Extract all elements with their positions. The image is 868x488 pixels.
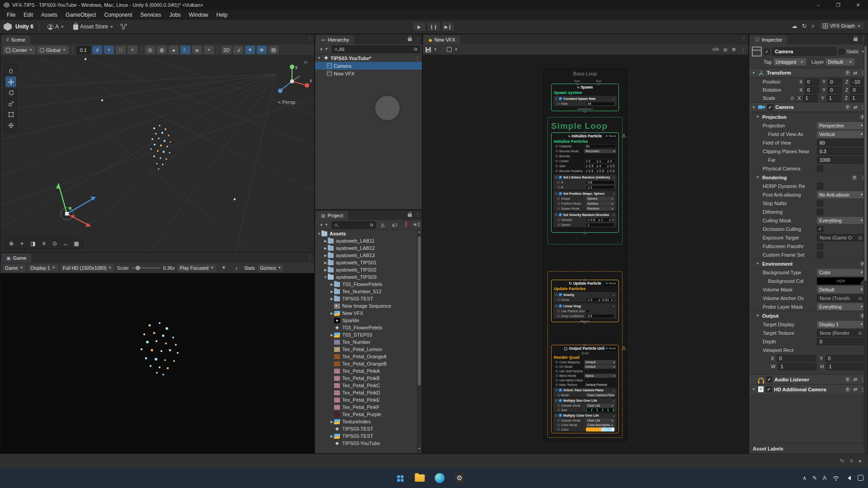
rendering-section[interactable]: ▼Rendering ? ⋮ bbox=[749, 173, 868, 182]
init-output-port[interactable] bbox=[584, 232, 586, 234]
environment-section[interactable]: ▼Environment ? bbox=[749, 259, 868, 268]
foldout-icon[interactable]: ▼ bbox=[317, 232, 321, 236]
set-position-shape-block[interactable]: ✓ Set Position Shape: Sphere⌄ ShapeSpher… bbox=[553, 191, 617, 211]
project-item[interactable]: Tex_Petal_Purple bbox=[315, 411, 422, 418]
inspector-scrollbar[interactable] bbox=[863, 44, 868, 454]
pause-button[interactable]: ❙❙ bbox=[427, 22, 440, 32]
save-dropdown[interactable]: ▼ bbox=[434, 47, 437, 52]
maximize-button[interactable]: ❐ bbox=[828, 0, 848, 10]
block-row[interactable]: Spawn ModeRandom bbox=[553, 206, 617, 211]
foldout-icon[interactable]: ▶ bbox=[330, 297, 334, 301]
project-item[interactable]: New Image Sequence bbox=[315, 302, 422, 310]
project-item[interactable]: ▶ Tex_Number_512 bbox=[315, 288, 422, 295]
audio-listener-checkbox[interactable]: ✓ bbox=[766, 376, 772, 382]
project-item[interactable]: ▶ TextureIndex bbox=[315, 418, 422, 425]
inspector-property-row[interactable]: HDRP Dynamic Re bbox=[749, 182, 868, 190]
panel-menu-icon[interactable]: ⋮ bbox=[741, 36, 746, 41]
update-output-port[interactable] bbox=[584, 321, 586, 324]
scale-z[interactable]: 1 bbox=[850, 95, 865, 102]
project-item[interactable]: ✚ TIPS03-YouTube bbox=[315, 440, 422, 447]
space-badge[interactable]: World bbox=[604, 282, 617, 286]
position-x[interactable]: 0 bbox=[805, 79, 819, 85]
inspector-property-row[interactable]: Dithering bbox=[749, 207, 868, 216]
spawn-node[interactable]: Start Stop ϟ Spawn Spawn system ✓ Consta… bbox=[551, 84, 619, 111]
constrain-proportions-icon[interactable]: ⊘ bbox=[790, 95, 794, 101]
light-toggle-icon[interactable]: ☀ bbox=[219, 263, 229, 272]
asset-labels-section[interactable]: Asset Labels bbox=[749, 443, 868, 454]
target-icon[interactable]: ⊙ bbox=[50, 239, 60, 248]
search-expand-icon[interactable]: ⧉ bbox=[370, 222, 373, 228]
position-y[interactable]: 0 bbox=[828, 79, 842, 85]
rotation-x[interactable]: 0 bbox=[805, 87, 819, 94]
project-item[interactable]: Tex_Petal_PinkF bbox=[315, 404, 422, 411]
game-mode-dropdown[interactable]: Game▼ bbox=[3, 264, 26, 272]
tab-new-vfx[interactable]: ◆ New VFX bbox=[424, 35, 460, 44]
inspector-property-row[interactable]: Clipping Planes Near0.3 bbox=[749, 147, 868, 155]
block-row[interactable]: A0.8 bbox=[553, 180, 617, 185]
inspector-property-row[interactable]: Volume Anchor OvNone (Transfo bbox=[749, 294, 868, 302]
notifications-icon[interactable]: ● bbox=[859, 458, 862, 464]
hierarchy-item[interactable]: Camera bbox=[315, 62, 422, 70]
magnet-snap-dropdown[interactable]: ▼ bbox=[127, 46, 137, 54]
game-viewport[interactable] bbox=[0, 273, 314, 453]
settings-gear-icon[interactable]: ⚙ bbox=[732, 47, 736, 52]
viewport-y[interactable]: 0 bbox=[826, 355, 865, 362]
row-menu-icon[interactable]: ⋮ bbox=[415, 56, 420, 61]
project-item[interactable]: ▼ ayatoweb_TIPS03 bbox=[315, 273, 422, 281]
file-explorer-icon[interactable] bbox=[414, 472, 426, 484]
node-property-row[interactable]: Bounds Padding x 0.5 y 0.5 z 0.5 bbox=[552, 169, 618, 174]
inspector-property-row[interactable]: Far1000 bbox=[749, 155, 868, 164]
project-item[interactable]: ✚ T03_FlowerPetels bbox=[315, 324, 422, 331]
inspector-property-row[interactable]: Field of View AxVertical bbox=[749, 130, 868, 138]
foldout-icon[interactable]: ▶ bbox=[330, 282, 334, 286]
update-particle-node[interactable]: ↻ Update Particle World Update Particles… bbox=[551, 280, 619, 322]
close-button[interactable]: ✕ bbox=[848, 0, 868, 10]
lock-icon[interactable] bbox=[854, 38, 858, 41]
layout-icon[interactable]: ≡ bbox=[850, 458, 853, 464]
rotation-y[interactable]: 0 bbox=[828, 87, 842, 94]
vfx-canvas[interactable]: Base Loop Simple Loop Start Stop ϟ Spawn… bbox=[423, 55, 748, 453]
lighting-toggle-icon[interactable]: ☾ bbox=[180, 46, 190, 54]
block-row[interactable]: Position ModeSurface bbox=[553, 201, 617, 206]
overlays-icon[interactable]: ▤ bbox=[269, 46, 278, 54]
project-item[interactable]: ★ Sparkle bbox=[315, 317, 422, 324]
scale-x[interactable]: 1 bbox=[803, 95, 818, 102]
node-property-row[interactable]: Use Soft Particle bbox=[552, 369, 618, 373]
foldout-icon[interactable]: ▶ bbox=[323, 268, 328, 272]
lock-icon[interactable] bbox=[408, 38, 412, 41]
foldout-icon[interactable]: ▼ bbox=[317, 56, 321, 60]
project-item[interactable]: ▶ ayatoweb_LAB12 bbox=[315, 244, 422, 252]
frame-all-icon[interactable]: ◎ bbox=[723, 47, 727, 52]
minimize-button[interactable]: – bbox=[808, 0, 828, 10]
audio-toggle-icon[interactable]: ♪ bbox=[231, 263, 241, 272]
system-title[interactable]: Base Loop bbox=[543, 71, 627, 76]
move-tool[interactable] bbox=[5, 76, 16, 87]
project-scrollbar[interactable]: ▲▼ bbox=[417, 230, 422, 452]
project-search-input[interactable]: ⧉ bbox=[332, 221, 376, 229]
block-row[interactable]: Color bbox=[553, 427, 617, 432]
inspector-property-row[interactable]: Post Anti-aliasingNo Anti-aliasin bbox=[749, 190, 868, 199]
hd-additional-camera-header[interactable]: ▼ # ✓ HD Additional Camera ? ⇄ ⋮ bbox=[749, 384, 868, 394]
inspector-property-row[interactable]: Depth0 bbox=[749, 337, 868, 346]
audio-listener-header[interactable]: ✓ Audio Listener ? ⇄ ⋮ bbox=[749, 374, 868, 384]
node-property-row[interactable]: UV Mode Default bbox=[552, 364, 618, 369]
block-enabled-checkbox[interactable]: ✓ bbox=[559, 97, 562, 100]
block-row[interactable]: Velocityx 0.5 y 1 z 0.5 bbox=[553, 217, 617, 222]
inspector-property-row[interactable]: Field of View60 bbox=[749, 138, 868, 147]
magnet-snap-icon[interactable]: ∷ bbox=[116, 46, 126, 54]
block-row[interactable]: Size bbox=[553, 408, 617, 412]
step-button[interactable]: ▶❙ bbox=[441, 22, 455, 32]
preset-icon[interactable]: ⇄ bbox=[854, 387, 857, 392]
lock-icon[interactable] bbox=[408, 214, 412, 217]
grid-snap-icon[interactable]: # bbox=[92, 46, 102, 54]
foldout-icon[interactable]: ▶ bbox=[330, 290, 334, 294]
graph-menu-icon[interactable]: ⋮ bbox=[741, 47, 745, 52]
project-item[interactable]: Tex_Petal_PinkC bbox=[315, 382, 422, 389]
node-property-row[interactable]: Capacity 64 bbox=[552, 144, 618, 149]
search-icon[interactable]: ⌕ bbox=[811, 22, 815, 29]
snap-increment-field[interactable]: 0.1 bbox=[76, 46, 90, 54]
audio-mute-icon[interactable]: ♪̸ bbox=[233, 46, 243, 54]
debug-bug-icon[interactable]: ж bbox=[192, 46, 202, 54]
draw-mode-icon[interactable]: ◎ bbox=[145, 46, 155, 54]
constant-spawn-rate-block[interactable]: ✓ Constant Spawn Rate⌄ Rate 64 bbox=[553, 96, 617, 106]
